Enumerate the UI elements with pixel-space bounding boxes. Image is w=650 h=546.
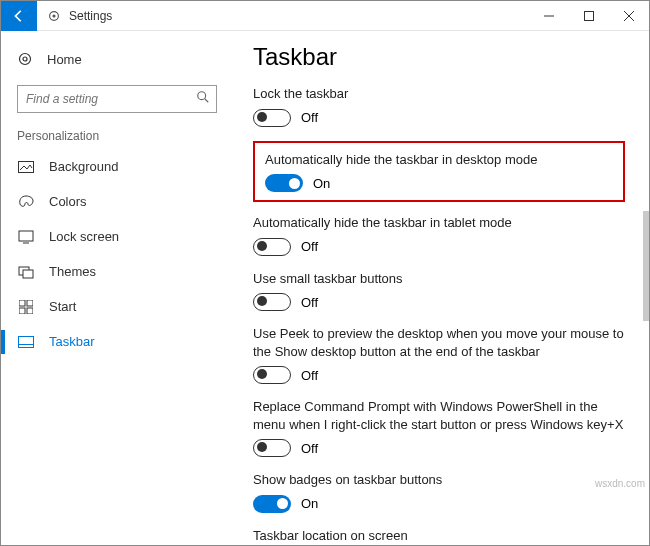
svg-rect-18 xyxy=(27,308,33,314)
back-button[interactable] xyxy=(1,1,37,31)
svg-line-9 xyxy=(205,99,209,103)
search-icon xyxy=(196,90,210,104)
sidebar-item-label: Lock screen xyxy=(49,229,119,244)
svg-rect-16 xyxy=(27,300,33,306)
maximize-button[interactable] xyxy=(569,1,609,31)
toggle-badges[interactable] xyxy=(253,495,291,513)
sidebar-item-themes[interactable]: Themes xyxy=(1,254,233,289)
search-wrap xyxy=(17,85,217,113)
svg-rect-17 xyxy=(19,308,25,314)
toggle-state: Off xyxy=(301,295,318,310)
home-button[interactable]: Home xyxy=(1,45,233,73)
toggle-state: Off xyxy=(301,110,318,125)
svg-point-6 xyxy=(20,54,31,65)
minimize-button[interactable] xyxy=(529,1,569,31)
setting-label: Automatically hide the taskbar in deskto… xyxy=(265,151,613,169)
setting-location: Taskbar location on screen Bottom ⌄ xyxy=(253,527,625,545)
setting-label: Use Peek to preview the desktop when you… xyxy=(253,325,625,360)
themes-icon xyxy=(17,265,35,279)
toggle-lock-taskbar[interactable] xyxy=(253,109,291,127)
svg-rect-11 xyxy=(19,231,33,241)
setting-label: Show badges on taskbar buttons xyxy=(253,471,625,489)
active-indicator xyxy=(1,330,5,354)
setting-powershell: Replace Command Prompt with Windows Powe… xyxy=(253,398,625,457)
taskbar-icon xyxy=(17,336,35,348)
setting-badges: Show badges on taskbar buttons On xyxy=(253,471,625,513)
sidebar-item-label: Start xyxy=(49,299,76,314)
sidebar-item-label: Colors xyxy=(49,194,87,209)
setting-small-buttons: Use small taskbar buttons Off xyxy=(253,270,625,312)
svg-rect-19 xyxy=(19,336,34,347)
setting-lock-taskbar: Lock the taskbar Off xyxy=(253,85,625,127)
setting-label: Lock the taskbar xyxy=(253,85,625,103)
toggle-state: On xyxy=(313,176,330,191)
picture-icon xyxy=(17,161,35,173)
sidebar-item-background[interactable]: Background xyxy=(1,149,233,184)
setting-label: Use small taskbar buttons xyxy=(253,270,625,288)
page-title: Taskbar xyxy=(253,43,625,71)
start-icon xyxy=(17,300,35,314)
titlebar: Settings xyxy=(1,1,649,31)
section-label: Personalization xyxy=(1,123,233,149)
scrollbar[interactable] xyxy=(643,211,649,321)
toggle-powershell[interactable] xyxy=(253,439,291,457)
setting-label: Taskbar location on screen xyxy=(253,527,625,545)
content: Taskbar Lock the taskbar Off Automatical… xyxy=(233,31,649,545)
gear-icon xyxy=(17,51,33,67)
arrow-left-icon xyxy=(12,9,26,23)
toggle-state: Off xyxy=(301,368,318,383)
toggle-state: Off xyxy=(301,239,318,254)
sidebar-item-lockscreen[interactable]: Lock screen xyxy=(1,219,233,254)
sidebar-item-label: Taskbar xyxy=(49,334,95,349)
sidebar-item-colors[interactable]: Colors xyxy=(1,184,233,219)
home-label: Home xyxy=(47,52,82,67)
watermark: wsxdn.com xyxy=(595,478,645,489)
setting-label: Replace Command Prompt with Windows Powe… xyxy=(253,398,625,433)
setting-peek: Use Peek to preview the desktop when you… xyxy=(253,325,625,384)
sidebar-item-label: Background xyxy=(49,159,118,174)
svg-point-7 xyxy=(23,57,27,61)
settings-icon xyxy=(47,9,61,23)
toggle-state: On xyxy=(301,496,318,511)
sidebar-item-taskbar[interactable]: Taskbar xyxy=(1,324,233,359)
svg-point-1 xyxy=(52,14,55,17)
setting-autohide-tablet: Automatically hide the taskbar in tablet… xyxy=(253,214,625,256)
search-input[interactable] xyxy=(17,85,217,113)
toggle-state: Off xyxy=(301,441,318,456)
svg-rect-15 xyxy=(19,300,25,306)
window-title: Settings xyxy=(69,9,112,23)
toggle-small-buttons[interactable] xyxy=(253,293,291,311)
svg-rect-3 xyxy=(585,11,594,20)
setting-label: Automatically hide the taskbar in tablet… xyxy=(253,214,625,232)
palette-icon xyxy=(17,195,35,209)
toggle-peek[interactable] xyxy=(253,366,291,384)
toggle-autohide-tablet[interactable] xyxy=(253,238,291,256)
window-controls xyxy=(529,1,649,31)
svg-point-8 xyxy=(198,92,206,100)
toggle-autohide-desktop[interactable] xyxy=(265,174,303,192)
close-button[interactable] xyxy=(609,1,649,31)
lock-screen-icon xyxy=(17,230,35,244)
highlight-autohide-desktop: Automatically hide the taskbar in deskto… xyxy=(253,141,625,203)
sidebar-item-label: Themes xyxy=(49,264,96,279)
svg-rect-14 xyxy=(23,270,33,278)
sidebar-item-start[interactable]: Start xyxy=(1,289,233,324)
sidebar: Home Personalization Background Colors L… xyxy=(1,31,233,545)
